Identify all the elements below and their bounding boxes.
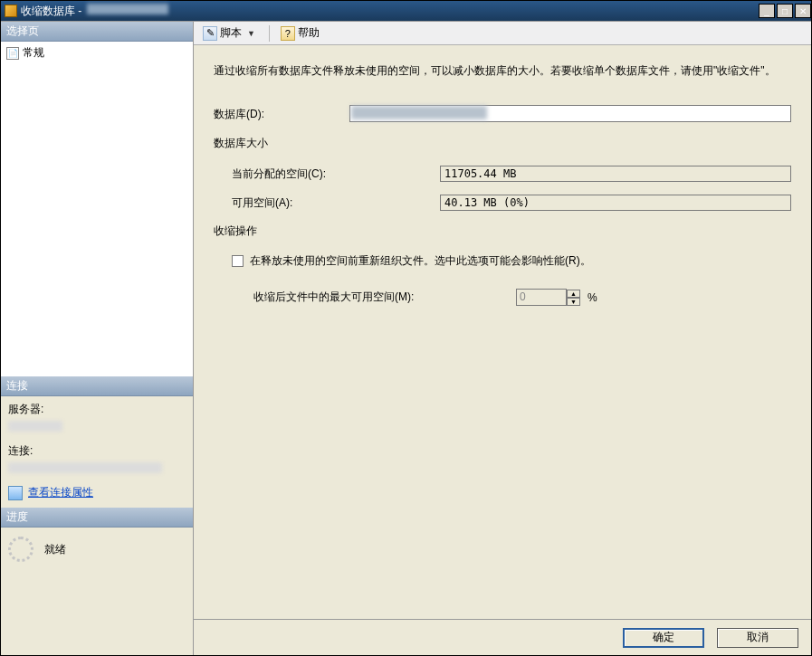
connection-block: 服务器: 连接: 查看连接属性 <box>1 396 193 508</box>
max-free-spinner: 0 ▲ ▼ % <box>516 289 597 306</box>
toolbar: ✎ 脚本 ▼ ? 帮助 <box>194 22 811 45</box>
reorganize-checkbox[interactable] <box>232 255 244 267</box>
reorganize-row: 在释放未使用的空间前重新组织文件。选中此选项可能会影响性能(R)。 <box>232 253 791 269</box>
view-connection-properties-link[interactable]: 查看连接属性 <box>28 485 93 500</box>
help-icon: ? <box>281 26 295 41</box>
max-free-label: 收缩后文件中的最大可用空间(M): <box>253 290 516 305</box>
database-field-wrap <box>349 105 791 123</box>
ok-button[interactable]: 确定 <box>623 628 704 648</box>
window-title-text: 收缩数据库 - <box>21 5 85 17</box>
minimize-button[interactable]: _ <box>759 4 775 18</box>
database-value-redacted <box>351 106 487 119</box>
tree-item-general[interactable]: 📄 常规 <box>6 45 187 61</box>
page-icon: 📄 <box>6 47 19 60</box>
view-connection-properties[interactable]: 查看连接属性 <box>8 485 186 500</box>
percent-sign: % <box>588 291 597 304</box>
server-label: 服务器: <box>8 402 186 417</box>
window-buttons: _ □ ✕ <box>757 4 811 18</box>
help-button[interactable]: ? 帮助 <box>277 24 323 43</box>
allocated-label: 当前分配的空间(C): <box>232 166 440 182</box>
tree-item-label: 常规 <box>23 45 44 61</box>
window-title: 收缩数据库 - <box>21 4 757 19</box>
main-panel: ✎ 脚本 ▼ ? 帮助 通过收缩所有数据库文件释放未使用的空间，可以减小数据库的… <box>194 22 811 655</box>
script-icon: ✎ <box>203 26 217 41</box>
max-free-row: 收缩后文件中的最大可用空间(M): 0 ▲ ▼ % <box>232 289 791 306</box>
select-page-header: 选择页 <box>1 22 193 42</box>
app-icon <box>5 5 17 17</box>
content-area: 通过收缩所有数据库文件释放未使用的空间，可以减小数据库的大小。若要收缩单个数据库… <box>194 45 811 619</box>
reorganize-label: 在释放未使用的空间前重新组织文件。选中此选项可能会影响性能(R)。 <box>250 253 591 269</box>
titlebar: 收缩数据库 - _ □ ✕ <box>1 1 811 21</box>
database-label: 数据库(D): <box>214 107 349 122</box>
size-section: 当前分配的空间(C): 11705.44 MB 可用空间(A): 40.13 M… <box>214 166 791 211</box>
close-button[interactable]: ✕ <box>795 4 811 18</box>
action-section-title: 收缩操作 <box>214 223 791 239</box>
cancel-button[interactable]: 取消 <box>717 628 798 648</box>
connection-value-redacted <box>8 462 162 473</box>
sidebar: 选择页 📄 常规 连接 服务器: 连接: 查看连接属性 进度 <box>1 22 194 655</box>
script-label: 脚本 <box>220 25 242 41</box>
database-row: 数据库(D): <box>214 105 791 123</box>
connection-header: 连接 <box>1 376 193 396</box>
available-value: 40.13 MB (0%) <box>440 195 791 211</box>
page-tree: 📄 常规 <box>1 42 193 376</box>
max-free-input[interactable]: 0 <box>516 289 567 306</box>
size-section-title: 数据库大小 <box>214 136 791 151</box>
client-area: 选择页 📄 常规 连接 服务器: 连接: 查看连接属性 进度 <box>1 21 811 655</box>
dialog-window: 收缩数据库 - _ □ ✕ 选择页 📄 常规 连接 服务器: 连接: <box>0 0 812 656</box>
spinner-up-button[interactable]: ▲ <box>567 290 580 298</box>
progress-status-text: 就绪 <box>44 542 66 557</box>
help-label: 帮助 <box>298 25 320 41</box>
server-value-redacted <box>8 421 62 432</box>
connection-label: 连接: <box>8 443 186 459</box>
script-button[interactable]: ✎ 脚本 ▼ <box>199 24 262 43</box>
chevron-down-icon[interactable]: ▼ <box>244 29 258 38</box>
action-section: 在释放未使用的空间前重新组织文件。选中此选项可能会影响性能(R)。 收缩后文件中… <box>214 253 791 306</box>
dialog-footer: 确定 取消 <box>194 619 811 655</box>
allocated-value: 11705.44 MB <box>440 166 791 182</box>
description-text: 通过收缩所有数据库文件释放未使用的空间，可以减小数据库的大小。若要收缩单个数据库… <box>214 62 791 80</box>
available-label: 可用空间(A): <box>232 195 440 211</box>
properties-icon <box>8 486 23 500</box>
progress-spinner-icon <box>8 537 33 562</box>
toolbar-separator <box>269 25 270 42</box>
progress-header: 进度 <box>1 508 193 528</box>
window-title-redacted <box>87 4 168 14</box>
progress-block: 就绪 <box>1 528 193 655</box>
maximize-button[interactable]: □ <box>777 4 793 18</box>
spinner-down-button[interactable]: ▼ <box>567 298 580 306</box>
